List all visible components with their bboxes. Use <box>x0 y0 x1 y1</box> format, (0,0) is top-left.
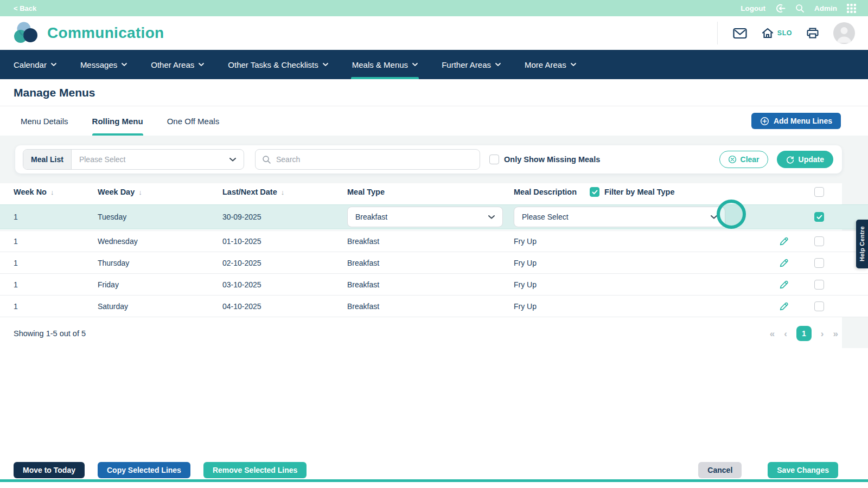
meal-list-select[interactable]: Meal List Please Select <box>23 149 244 170</box>
chevron-down-icon <box>571 63 576 66</box>
cell-week-no: 1 <box>14 280 98 289</box>
search-input[interactable] <box>276 155 473 164</box>
tabs-bar: Menu Details Rolling Menu One Off Meals … <box>0 106 868 136</box>
row-checkbox[interactable] <box>814 236 824 246</box>
footer-actions: Move to Today Copy Selected Lines Remove… <box>0 462 868 478</box>
meal-type-select[interactable]: Breakfast <box>347 207 503 227</box>
edit-pencil-icon[interactable] <box>778 301 789 312</box>
cell-week-day: Tuesday <box>98 213 222 221</box>
page-title: Manage Menus <box>14 86 95 99</box>
admin-menu[interactable]: Admin <box>814 4 837 12</box>
logout-icon[interactable] <box>775 3 786 14</box>
nav-item-other-tasks-checklists[interactable]: Other Tasks & Checklists <box>228 50 328 79</box>
pagination-bar: Showing 1-5 out of 5 « ‹ 1 › » <box>0 324 868 343</box>
help-centre-label: Help Centre <box>859 226 865 261</box>
move-to-today-button[interactable]: Move to Today <box>14 462 85 478</box>
cell-meal-description: Fry Up <box>514 259 768 267</box>
row-checkbox[interactable] <box>814 301 824 311</box>
apps-grid-icon[interactable] <box>847 4 856 13</box>
home-icon <box>761 27 774 39</box>
cancel-button[interactable]: Cancel <box>698 462 742 478</box>
row-checkbox[interactable] <box>814 280 824 290</box>
clear-button[interactable]: Clear <box>719 151 768 168</box>
cell-week-no: 1 <box>14 302 98 311</box>
select-all-checkbox[interactable] <box>814 187 824 197</box>
tab-rolling-menu[interactable]: Rolling Menu <box>92 106 143 136</box>
header-actions: SLO <box>717 22 855 44</box>
tab-menu-details[interactable]: Menu Details <box>21 106 68 136</box>
search-icon <box>262 155 271 164</box>
cell-date: 01-10-2025 <box>222 237 347 246</box>
cell-meal-type: Breakfast <box>347 237 514 246</box>
main-nav: Calendar Messages Other Areas Other Task… <box>0 50 868 79</box>
copy-selected-lines-button[interactable]: Copy Selected Lines <box>98 462 190 478</box>
logout-button[interactable]: Logout <box>741 4 765 12</box>
sort-desc-icon[interactable]: ↓ <box>50 188 54 196</box>
row-checkbox-checked[interactable] <box>814 212 824 222</box>
chevron-down-icon <box>488 215 495 219</box>
tab-one-off-meals[interactable]: One Off Meals <box>167 106 219 136</box>
first-page-icon[interactable]: « <box>770 329 775 338</box>
pagination-controls: « ‹ 1 › » <box>770 326 838 341</box>
add-menu-lines-button[interactable]: Add Menu Lines <box>751 113 841 129</box>
help-centre-tab[interactable]: Help Centre <box>856 220 868 268</box>
nav-item-calendar[interactable]: Calendar <box>14 50 56 79</box>
table-row-selected: 1 Tuesday 30-09-2025 Breakfast Please Se… <box>0 204 868 229</box>
search-icon[interactable] <box>795 4 805 13</box>
column-meal-description: Meal Description <box>514 188 577 196</box>
nav-item-further-areas[interactable]: Further Areas <box>442 50 501 79</box>
filter-by-meal-type-toggle[interactable]: Filter by Meal Type <box>590 187 674 197</box>
chevron-down-icon <box>495 63 501 66</box>
sort-desc-icon[interactable]: ↓ <box>138 188 142 196</box>
only-show-missing-label: Only Show Missing Meals <box>504 155 600 164</box>
clear-circle-x-icon <box>728 155 737 164</box>
results-summary: Showing 1-5 out of 5 <box>14 329 86 338</box>
app-header: Communication SLO <box>0 16 868 50</box>
save-changes-button[interactable]: Save Changes <box>768 462 838 478</box>
nav-item-meals-menus[interactable]: Meals & Menus <box>352 50 418 79</box>
column-week-no[interactable]: Week No↓ <box>14 188 98 196</box>
chevron-down-icon <box>51 63 56 66</box>
row-checkbox[interactable] <box>814 258 824 268</box>
title-bar: Manage Menus <box>0 79 868 106</box>
next-page-icon[interactable]: › <box>821 329 824 338</box>
column-meal-type: Meal Type <box>347 188 514 196</box>
column-last-next-date[interactable]: Last/Next Date↓ <box>222 188 347 196</box>
remove-selected-lines-button[interactable]: Remove Selected Lines <box>203 462 307 478</box>
table-row: 1 Wednesday 01-10-2025 Breakfast Fry Up <box>0 230 868 252</box>
home-button[interactable]: SLO <box>761 27 792 39</box>
top-utility-bar: < Back Logout Admin <box>0 0 868 16</box>
edit-pencil-icon[interactable] <box>778 279 789 290</box>
cell-week-day: Wednesday <box>98 237 222 246</box>
edit-pencil-icon[interactable] <box>778 258 789 268</box>
only-show-missing-checkbox[interactable] <box>489 155 499 164</box>
table-header: Week No↓ Week Day↓ Last/Next Date↓ Meal … <box>0 182 868 202</box>
column-week-day[interactable]: Week Day↓ <box>98 188 222 196</box>
table-row: 1 Friday 03-10-2025 Breakfast Fry Up <box>0 274 868 296</box>
nav-item-messages[interactable]: Messages <box>80 50 127 79</box>
current-page-button[interactable]: 1 <box>796 326 812 341</box>
back-button[interactable]: < Back <box>14 4 36 12</box>
only-show-missing-meals-toggle[interactable]: Only Show Missing Meals <box>489 155 600 164</box>
edit-pencil-icon[interactable] <box>778 236 789 247</box>
update-button[interactable]: Update <box>777 151 833 168</box>
meal-description-select[interactable]: Please Select <box>514 207 725 227</box>
messages-envelope-icon[interactable] <box>733 28 747 39</box>
user-avatar[interactable] <box>833 22 855 44</box>
prev-page-icon[interactable]: ‹ <box>784 329 787 338</box>
app-title: Communication <box>47 24 164 42</box>
filter-by-meal-type-checkbox[interactable] <box>590 187 599 197</box>
cell-week-no: 1 <box>14 237 98 246</box>
print-icon[interactable] <box>806 27 819 39</box>
cell-meal-description: Fry Up <box>514 237 768 246</box>
nav-item-more-areas[interactable]: More Areas <box>525 50 576 79</box>
nav-item-other-areas[interactable]: Other Areas <box>151 50 204 79</box>
sort-desc-icon[interactable]: ↓ <box>281 188 285 196</box>
cell-date: 04-10-2025 <box>222 302 347 311</box>
filter-bar: Meal List Please Select Only Show Missin… <box>15 145 842 174</box>
cell-week-no: 1 <box>14 259 98 267</box>
header-divider <box>717 22 718 44</box>
cell-date: 03-10-2025 <box>222 280 347 289</box>
cell-meal-type: Breakfast <box>347 259 514 267</box>
last-page-icon[interactable]: » <box>833 329 838 338</box>
